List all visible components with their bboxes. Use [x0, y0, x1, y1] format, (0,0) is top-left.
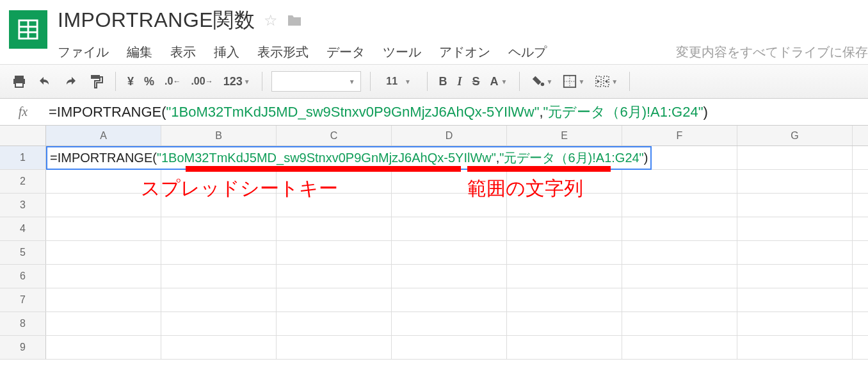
cell-A5[interactable]: [46, 241, 161, 264]
row-header-4[interactable]: 4: [0, 217, 46, 240]
menu-edit[interactable]: 編集: [127, 44, 152, 61]
redo-button[interactable]: [60, 71, 81, 92]
svg-rect-4: [15, 76, 24, 79]
cell-F9[interactable]: [622, 336, 737, 359]
cell-B9[interactable]: [161, 336, 277, 359]
menu-format[interactable]: 表示形式: [257, 44, 309, 61]
menu-addons[interactable]: アドオン: [439, 44, 490, 61]
row-header-1[interactable]: 1: [0, 146, 46, 169]
cell-D5[interactable]: [392, 241, 507, 264]
cell-F6[interactable]: [622, 265, 737, 288]
number-format-button[interactable]: 123▼: [221, 71, 253, 92]
text-color-button[interactable]: A▼: [488, 71, 510, 92]
cell-C4[interactable]: [277, 217, 392, 240]
row-header-5[interactable]: 5: [0, 241, 46, 264]
cell-F5[interactable]: [622, 241, 737, 264]
cell-B4[interactable]: [161, 217, 277, 240]
row-header-8[interactable]: 8: [0, 312, 46, 335]
cell-D9[interactable]: [392, 336, 507, 359]
cell-B8[interactable]: [161, 312, 277, 335]
star-icon[interactable]: ☆: [264, 12, 278, 29]
percent-button[interactable]: %: [141, 71, 157, 92]
menu-view[interactable]: 表示: [170, 44, 196, 61]
cell-C7[interactable]: [277, 288, 392, 311]
doc-title[interactable]: IMPORTRANGE関数: [58, 6, 255, 35]
cell-A8[interactable]: [46, 312, 161, 335]
row-3: 3: [0, 194, 868, 217]
menu-file[interactable]: ファイル: [58, 44, 109, 61]
currency-button[interactable]: ¥: [125, 71, 136, 92]
cell-G1[interactable]: [737, 146, 853, 169]
cell-G8[interactable]: [737, 312, 853, 335]
cell-G2[interactable]: [737, 170, 853, 193]
cell-C6[interactable]: [277, 265, 392, 288]
row-header-7[interactable]: 7: [0, 288, 46, 311]
cell-A4[interactable]: [46, 217, 161, 240]
formula-input[interactable]: =IMPORTRANGE("1BoM32TmKdJ5MD_sw9Stnxv0P9…: [46, 103, 868, 122]
cell-D4[interactable]: [392, 217, 507, 240]
cell-D8[interactable]: [392, 312, 507, 335]
print-button[interactable]: [9, 71, 29, 92]
cell-F3[interactable]: [622, 194, 737, 217]
italic-button[interactable]: I: [455, 71, 465, 92]
cell-E6[interactable]: [507, 265, 622, 288]
col-header-F[interactable]: F: [622, 126, 737, 145]
menu-data[interactable]: データ: [326, 44, 365, 61]
cell-C5[interactable]: [277, 241, 392, 264]
font-size-select[interactable]: 11 ▼: [380, 71, 418, 92]
col-header-B[interactable]: B: [161, 126, 277, 145]
folder-icon[interactable]: [287, 14, 302, 27]
row-header-9[interactable]: 9: [0, 336, 46, 359]
col-header-E[interactable]: E: [507, 126, 622, 145]
bold-button[interactable]: B: [437, 71, 450, 92]
cell-D7[interactable]: [392, 288, 507, 311]
cell-F8[interactable]: [622, 312, 737, 335]
cell-E5[interactable]: [507, 241, 622, 264]
col-header-A[interactable]: A: [46, 126, 161, 145]
col-header-D[interactable]: D: [392, 126, 507, 145]
select-all-corner[interactable]: [0, 126, 46, 145]
cell-F2[interactable]: [622, 170, 737, 193]
cell-G5[interactable]: [737, 241, 853, 264]
strikethrough-button[interactable]: S: [470, 71, 483, 92]
cell-G9[interactable]: [737, 336, 853, 359]
row-header-2[interactable]: 2: [0, 170, 46, 193]
cell-B6[interactable]: [161, 265, 277, 288]
cell-E4[interactable]: [507, 217, 622, 240]
svg-rect-6: [15, 83, 23, 87]
cell-A6[interactable]: [46, 265, 161, 288]
cell-B5[interactable]: [161, 241, 277, 264]
cell-G7[interactable]: [737, 288, 853, 311]
undo-button[interactable]: [35, 71, 55, 92]
cell-G4[interactable]: [737, 217, 853, 240]
menu-insert[interactable]: 挿入: [214, 44, 239, 61]
merge-cells-button[interactable]: ▼: [592, 71, 620, 92]
increase-decimal-button[interactable]: .00→: [188, 71, 215, 92]
cell-G6[interactable]: [737, 265, 853, 288]
cell-E8[interactable]: [507, 312, 622, 335]
cell-C8[interactable]: [277, 312, 392, 335]
borders-button[interactable]: ▼: [560, 71, 587, 92]
row-header-3[interactable]: 3: [0, 194, 46, 217]
paint-format-button[interactable]: [86, 71, 106, 92]
row-header-6[interactable]: 6: [0, 265, 46, 288]
fill-color-button[interactable]: ▼: [529, 71, 556, 92]
cell-E9[interactable]: [507, 336, 622, 359]
cell-F7[interactable]: [622, 288, 737, 311]
menu-help[interactable]: ヘルプ: [508, 44, 547, 61]
cell-F4[interactable]: [622, 217, 737, 240]
decrease-decimal-button[interactable]: .0←: [162, 71, 183, 92]
cell-A9[interactable]: [46, 336, 161, 359]
cell-G3[interactable]: [737, 194, 853, 217]
font-family-select[interactable]: ▼: [271, 71, 361, 92]
sheets-logo[interactable]: [9, 10, 47, 49]
col-header-G[interactable]: G: [737, 126, 853, 145]
row-2: 2: [0, 170, 868, 194]
cell-C9[interactable]: [277, 336, 392, 359]
col-header-C[interactable]: C: [277, 126, 392, 145]
cell-E7[interactable]: [507, 288, 622, 311]
cell-A7[interactable]: [46, 288, 161, 311]
menu-tools[interactable]: ツール: [383, 44, 421, 61]
cell-D6[interactable]: [392, 265, 507, 288]
cell-B7[interactable]: [161, 288, 277, 311]
